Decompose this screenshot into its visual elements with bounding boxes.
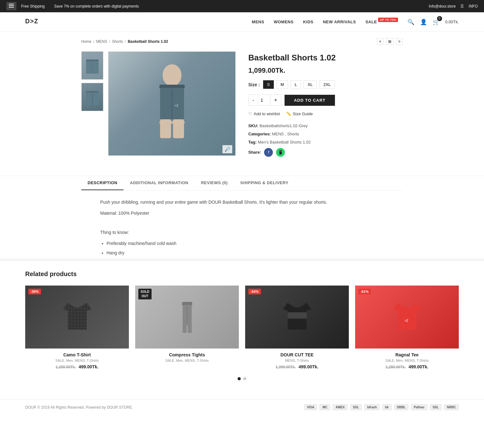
amex-icon: AMEX bbox=[333, 404, 348, 410]
related-product-4-image: >Z -61% bbox=[355, 286, 459, 349]
main-product-image: >Z 🔎 bbox=[108, 51, 236, 157]
svg-rect-1 bbox=[9, 5, 14, 6]
quantity-input[interactable] bbox=[258, 95, 270, 105]
size-m[interactable]: M bbox=[276, 80, 288, 89]
nav-sale[interactable]: SALE UP TO 70% bbox=[366, 20, 398, 24]
size-selector: Size : S M L XL 2XL bbox=[248, 80, 403, 89]
pathao-icon: Pathao bbox=[411, 404, 427, 410]
breadcrumb-shorts[interactable]: Shorts bbox=[112, 39, 123, 44]
dot-1[interactable] bbox=[238, 377, 241, 380]
svg-rect-26 bbox=[187, 324, 192, 333]
search-icon[interactable]: 🔍 bbox=[407, 19, 414, 26]
tab-additional-info[interactable]: ADDITIONAL INFORMATION bbox=[124, 176, 194, 190]
product-1-old-price: 1,200.00Tk. bbox=[55, 365, 76, 369]
size-xl[interactable]: XL bbox=[303, 80, 317, 89]
related-product-3[interactable]: -64% DOUR CUT TEE MENS, T-Shirts 1,399.0… bbox=[245, 286, 349, 369]
breadcrumb-current: Basketball Shorts 1.02 bbox=[128, 39, 168, 44]
grid-view-btn[interactable]: ⊞ bbox=[386, 38, 394, 45]
svg-rect-17 bbox=[160, 119, 171, 138]
bkash-icon: bKash bbox=[364, 404, 380, 410]
related-product-1-image: -58% bbox=[25, 286, 129, 349]
cart-price: 0.00Tk. bbox=[445, 20, 459, 24]
related-product-3-image: -64% bbox=[245, 286, 349, 349]
account-icon[interactable]: 👤 bbox=[420, 19, 427, 26]
size-guide-link[interactable]: 📏 Size Guide bbox=[286, 111, 313, 116]
dot-2[interactable] bbox=[243, 377, 246, 380]
related-products-title: Related products bbox=[25, 270, 459, 278]
wishlist-link[interactable]: ♡ Add to wishlist bbox=[248, 111, 280, 116]
qty-plus[interactable]: + bbox=[270, 95, 281, 105]
info-label[interactable]: INFO bbox=[469, 4, 478, 9]
related-products-grid: -58% Camo T-Shirt SALE, Men, MENS, T-Shi… bbox=[25, 286, 459, 369]
svg-text:D>Z: D>Z bbox=[25, 18, 38, 25]
product-title: Basketball Shorts 1.02 bbox=[248, 53, 403, 63]
sale-badge: UP TO 70% bbox=[378, 18, 398, 22]
cart-count: 0 bbox=[437, 16, 442, 21]
svg-rect-2 bbox=[9, 7, 14, 8]
carousel-dots bbox=[25, 377, 459, 380]
facebook-share-icon[interactable]: f bbox=[264, 148, 273, 157]
payment-icons: VISA MC AMEX SSL bKash bk DBBL Pathao SS… bbox=[304, 404, 459, 410]
size-2xl[interactable]: 2XL bbox=[319, 80, 335, 89]
product-2-name: Compress Tights bbox=[135, 352, 239, 357]
product-3-name: DOUR CUT TEE bbox=[245, 352, 349, 357]
svg-rect-8 bbox=[86, 91, 99, 93]
product-3-price: 1,399.00Tk. 499.00Tk. bbox=[245, 364, 349, 369]
related-product-2[interactable]: SOLDOUT Compress Tights SALE, Men, MENS,… bbox=[135, 286, 239, 369]
nrbc-icon: NRBC bbox=[444, 404, 459, 410]
size-label: Size : bbox=[248, 82, 260, 87]
copyright-text: DOUR © 2019 All Rights Reserved. Powered… bbox=[25, 405, 133, 410]
product-1-cats: SALE, Men, MENS, T-Shirts bbox=[25, 359, 129, 362]
whatsapp-share-icon[interactable]: 📱 bbox=[276, 148, 285, 157]
svg-text:>Z: >Z bbox=[175, 104, 178, 107]
nav-mens[interactable]: MENS bbox=[252, 20, 264, 24]
next-product-btn[interactable]: > bbox=[396, 38, 403, 45]
tabs-section: DESCRIPTION ADDITIONAL INFORMATION REVIE… bbox=[0, 176, 484, 257]
tag-value[interactable]: Men's Basketball Shorts 1.02 bbox=[258, 140, 311, 145]
tab-reviews[interactable]: REVIEWS (0) bbox=[195, 176, 234, 190]
prev-product-btn[interactable]: < bbox=[377, 38, 383, 45]
product-4-cats: SALE, Men, MENS, T-Shirts bbox=[355, 359, 459, 362]
qty-minus[interactable]: - bbox=[249, 95, 258, 105]
nav-kids[interactable]: KIDS bbox=[303, 20, 314, 24]
product-details: Basketball Shorts 1.02 1,099.00Tk. Size … bbox=[248, 51, 403, 157]
size-l[interactable]: L bbox=[291, 80, 301, 89]
product-4-name: Ragnal Tee bbox=[355, 352, 459, 357]
thumbnail-2[interactable] bbox=[81, 83, 103, 111]
tab-description[interactable]: DESCRIPTION bbox=[81, 176, 124, 190]
product-2-sold-out: SOLDOUT bbox=[138, 289, 152, 299]
related-product-1[interactable]: -58% Camo T-Shirt SALE, Men, MENS, T-Shi… bbox=[25, 286, 129, 369]
svg-rect-28 bbox=[288, 319, 307, 330]
related-products-section: Related products bbox=[0, 258, 484, 399]
ruler-icon: 📏 bbox=[286, 111, 291, 116]
bk-icon: bk bbox=[382, 404, 392, 410]
product-3-cats: MENS, T-Shirts bbox=[245, 359, 349, 362]
logo[interactable]: D>Z bbox=[25, 16, 44, 28]
zoom-button[interactable]: 🔎 bbox=[222, 145, 232, 153]
nav-womens[interactable]: WOMENS bbox=[274, 20, 294, 24]
email-text: Info@dour.store bbox=[429, 4, 456, 9]
svg-text:>Z: >Z bbox=[405, 319, 408, 322]
breadcrumb-home[interactable]: Home bbox=[81, 39, 91, 44]
nav-new-arrivals[interactable]: NEW ARRIVALS bbox=[323, 20, 356, 24]
tab-shipping[interactable]: SHIPPING & DELIVERY bbox=[234, 176, 295, 190]
product-tabs: DESCRIPTION ADDITIONAL INFORMATION REVIE… bbox=[81, 176, 403, 190]
related-product-4[interactable]: >Z -61% Ragnal Tee SALE, Men, MENS, T-Sh… bbox=[355, 286, 459, 369]
menu-icon[interactable] bbox=[6, 2, 16, 10]
cart-icon[interactable]: 🛒 0 bbox=[433, 19, 440, 26]
tag-label: Tag: bbox=[248, 140, 256, 145]
free-shipping-text: Free Shipping bbox=[21, 4, 45, 9]
product-2-cats: SALE, Men, MENS, T-Shirts bbox=[135, 359, 239, 362]
thumbnail-1[interactable] bbox=[81, 51, 103, 80]
product-3-badge: -64% bbox=[248, 289, 261, 294]
announcement-bar: Free Shipping Save 7% on complete orders… bbox=[0, 0, 484, 12]
breadcrumb-mens[interactable]: MENS bbox=[96, 39, 107, 44]
size-s[interactable]: S bbox=[263, 80, 274, 89]
categories-value[interactable]: MENS , Shorts bbox=[272, 132, 299, 136]
quantity-cart-row: - + ADD TO CART bbox=[248, 94, 403, 106]
size-options: S M L XL 2XL bbox=[263, 80, 335, 89]
svg-rect-18 bbox=[173, 119, 184, 138]
sku-label: SKU: bbox=[248, 123, 258, 128]
add-to-cart-button[interactable]: ADD TO CART bbox=[285, 95, 335, 106]
main-nav: MENS WOMENS KIDS NEW ARRIVALS SALE UP TO… bbox=[252, 20, 398, 24]
